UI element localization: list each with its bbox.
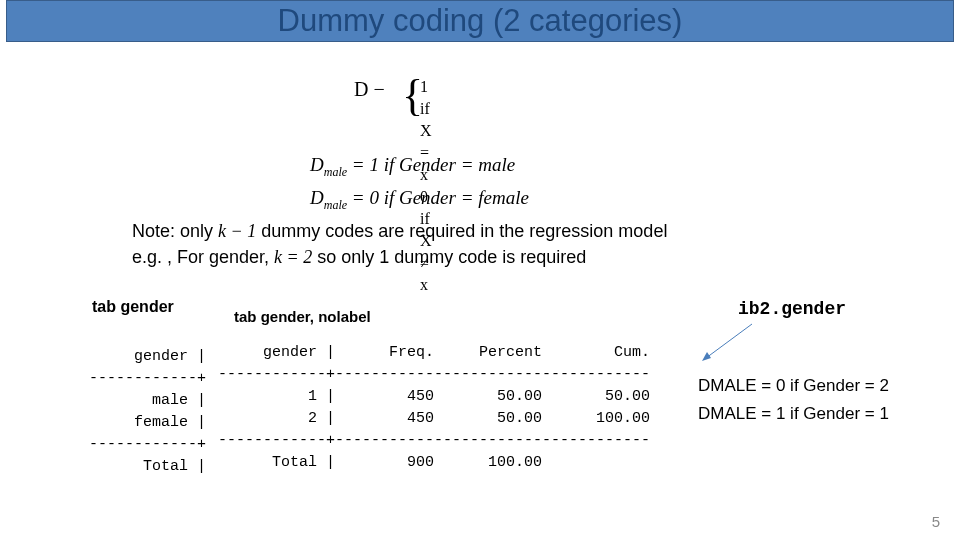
gender-eq-line2: Dmale = 0 if Gender = female: [310, 185, 529, 218]
arrow-icon: [696, 320, 760, 364]
stata-cmd-tab-gender-nolabel: tab gender, nolabel: [234, 308, 371, 325]
dmale-rule-2: DMALE = 1 if Gender = 1: [698, 404, 889, 424]
note-line1: Note: only k − 1 dummy codes are require…: [132, 218, 667, 244]
piecewise-definition: D − { 1 if X = x 0 if X ≠ x: [354, 78, 385, 101]
slide-title: Dummy coding (2 categories): [278, 3, 683, 39]
note-line2: e.g. , For gender, k = 2 so only 1 dummy…: [132, 244, 667, 270]
dmale-rule-1: DMALE = 0 if Gender = 2: [698, 376, 889, 396]
stata-cmd-tab-gender: tab gender: [92, 298, 174, 316]
gender-eq-line1: Dmale = 1 if Gender = male: [310, 152, 529, 185]
stata-output-nolabel: gender | Freq. Percent Cum. ------------…: [218, 342, 650, 474]
stata-output-labels: gender | ------------+ male | female | -…: [89, 346, 206, 478]
formula-lhs: D −: [354, 78, 385, 100]
svg-line-0: [706, 324, 752, 358]
gender-dummy-equations: Dmale = 1 if Gender = male Dmale = 0 if …: [310, 152, 529, 218]
slide-title-bar: Dummy coding (2 categories): [6, 0, 954, 42]
note-text: Note: only k − 1 dummy codes are require…: [132, 218, 667, 270]
factor-variable-code: ib2.gender: [738, 299, 846, 319]
svg-marker-1: [702, 352, 711, 361]
slide-number: 5: [932, 513, 940, 530]
